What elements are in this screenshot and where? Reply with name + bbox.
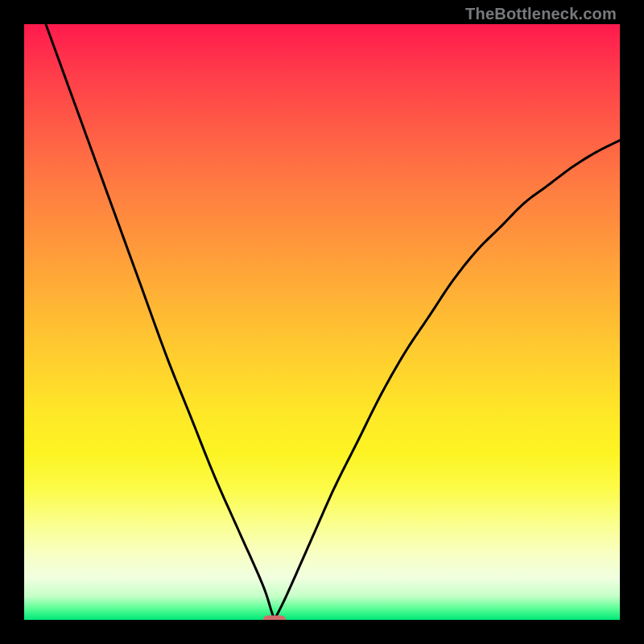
plot-area <box>24 24 620 620</box>
chart-frame: TheBottleneck.com <box>0 0 644 644</box>
optimal-match-marker <box>263 616 286 621</box>
bottleneck-curve <box>24 24 620 620</box>
watermark-text: TheBottleneck.com <box>465 5 617 23</box>
